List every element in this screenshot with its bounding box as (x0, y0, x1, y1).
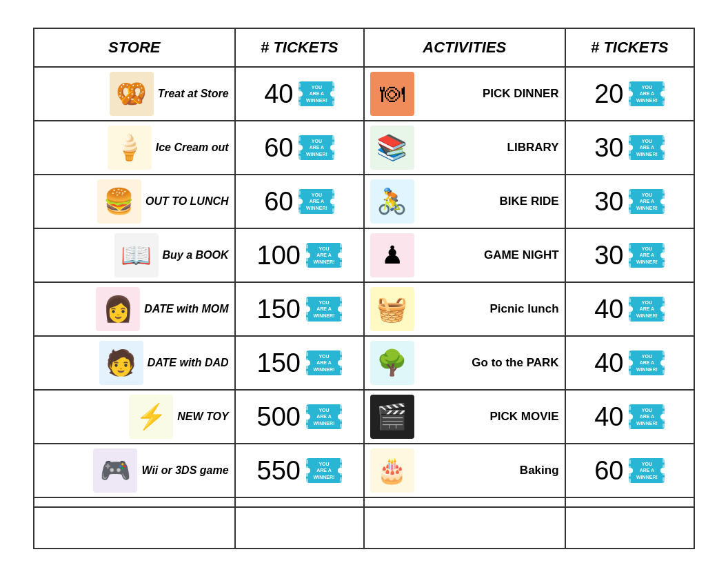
store-ticket-num-mom: 150 (257, 295, 301, 324)
activity-ticket-num-library: 30 (594, 133, 623, 163)
store-icon-book: 📖 (114, 233, 159, 277)
ticket-badge: YOU ARE AWINNER! (299, 135, 334, 160)
store-cell-dad: 🧑 DATE with DAD (34, 336, 235, 390)
ticket-badge: YOU ARE AWINNER! (306, 350, 342, 375)
activity-tickets-cell-park: 40 YOU ARE AWINNER! (565, 336, 694, 390)
store-item-icecream: 🍦 Ice Cream out (40, 126, 229, 170)
activity-tickets-library: 30 YOU ARE AWINNER! (572, 133, 688, 163)
ticket-text: YOU ARE AWINNER! (306, 192, 327, 210)
store-ticket-num-icecream: 60 (264, 133, 293, 163)
activity-icon-park: 🌳 (370, 341, 414, 385)
activity-tickets-baking: 60 YOU ARE AWINNER! (572, 456, 688, 486)
activity-icon-dinner: 🍽 (370, 72, 414, 116)
activity-ticket-num-game: 30 (594, 241, 623, 270)
activity-ticket-num-picnic: 40 (594, 295, 623, 324)
act-empty-8 (364, 497, 565, 507)
ticket-text: YOU ARE AWINNER! (636, 299, 658, 318)
store-tickets-cell-lunch: 60 YOU ARE AWINNER! (235, 175, 364, 228)
activity-item-picnic: 🧺 Picnic lunch (370, 287, 559, 331)
store-tickets-lunch: 60 YOU ARE AWINNER! (241, 187, 358, 217)
header-store: STORE (34, 28, 235, 67)
store-tickets-cell-toy: 500 YOU ARE AWINNER! (235, 390, 364, 444)
ticket-text: YOU ARE AWINNER! (314, 246, 335, 264)
ticket-badge: YOU ARE AWINNER! (629, 243, 665, 268)
store-cell-treat: 🥨 Treat at Store (34, 67, 235, 121)
store-tickets-book: 100 YOU ARE AWINNER! (241, 241, 358, 270)
store-cell-lunch: 🍔 OUT TO LUNCH (34, 175, 235, 228)
activity-item-dinner: 🍽 PICK DINNER (370, 72, 559, 116)
activity-icon-game: ♟ (370, 233, 414, 277)
activity-tickets-cell-bike: 30 YOU ARE AWINNER! (565, 175, 694, 228)
empty-cell-3 (364, 507, 565, 549)
activity-label-park: Go to the PARK (418, 356, 559, 370)
activity-tickets-cell-game: 30 YOU ARE AWINNER! (565, 228, 694, 282)
activity-ticket-num-baking: 60 (594, 456, 623, 486)
activity-label-movie: PICK MOVIE (418, 410, 559, 424)
ticket-text: YOU ARE AWINNER! (306, 84, 327, 103)
ticket-text: YOU ARE AWINNER! (636, 192, 658, 210)
empty-cell-4 (565, 507, 694, 549)
store-label-book: Buy a BOOK (163, 249, 229, 261)
store-tickets-cell-wii: 550 YOU ARE AWINNER! (235, 444, 364, 497)
store-tickets-toy: 500 YOU ARE AWINNER! (241, 402, 358, 432)
activity-tickets-dinner: 20 YOU ARE AWINNER! (572, 79, 688, 109)
ticket-text: YOU ARE AWINNER! (314, 461, 335, 480)
store-icon-wii: 🎮 (93, 448, 137, 493)
store-tickets-dad: 150 YOU ARE AWINNER! (241, 348, 358, 378)
store-tickets-mom: 150 YOU ARE AWINNER! (241, 295, 358, 324)
store-item-book: 📖 Buy a BOOK (40, 233, 229, 277)
activity-cell-bike: 🚴 BIKE RIDE (364, 175, 565, 228)
ticket-text: YOU ARE AWINNER! (314, 299, 335, 318)
store-cell-mom: 👩 DATE with MOM (34, 282, 235, 336)
store-label-icecream: Ice Cream out (156, 141, 229, 154)
store-tickets-cell-mom: 150 YOU ARE AWINNER! (235, 282, 364, 336)
store-icon-lunch: 🍔 (97, 179, 141, 224)
empty-cell-2 (235, 507, 364, 549)
ticket-badge: YOU ARE AWINNER! (629, 297, 665, 322)
ticket-badge: YOU ARE AWINNER! (306, 297, 342, 322)
ticket-text: YOU ARE AWINNER! (636, 246, 658, 264)
ticket-badge: YOU ARE AWINNER! (299, 189, 334, 214)
activity-ticket-num-bike: 30 (594, 187, 623, 217)
activity-ticket-num-movie: 40 (594, 402, 623, 432)
store-label-wii: Wii or 3DS game (141, 464, 228, 477)
store-tickets-icecream: 60 YOU ARE AWINNER! (241, 133, 358, 163)
activity-icon-library: 📚 (370, 126, 414, 170)
header-activities: ACTIVITIES (364, 28, 565, 67)
ticket-badge: YOU ARE AWINNER! (306, 458, 342, 483)
activity-label-bike: BIKE RIDE (418, 195, 559, 208)
store-label-lunch: OUT TO LUNCH (145, 195, 229, 208)
ticket-text: YOU ARE AWINNER! (306, 138, 327, 157)
activity-label-baking: Baking (418, 464, 559, 477)
activity-item-game: ♟ GAME NIGHT (370, 233, 559, 277)
activity-cell-movie: 🎬 PICK MOVIE (364, 390, 565, 444)
reward-table: STORE # TICKETS ACTIVITIES # TICKETS 🥨 T… (33, 28, 695, 549)
tickets-empty-8 (235, 497, 364, 507)
store-tickets-cell-dad: 150 YOU ARE AWINNER! (235, 336, 364, 390)
activity-cell-baking: 🎂 Baking (364, 444, 565, 497)
store-item-mom: 👩 DATE with MOM (40, 287, 229, 331)
activity-tickets-cell-movie: 40 YOU ARE AWINNER! (565, 390, 694, 444)
ticket-text: YOU ARE AWINNER! (636, 84, 658, 103)
activity-label-dinner: PICK DINNER (418, 87, 559, 101)
activity-tickets-movie: 40 YOU ARE AWINNER! (572, 402, 688, 432)
store-ticket-num-toy: 500 (257, 402, 301, 432)
ticket-text: YOU ARE AWINNER! (636, 353, 658, 372)
activity-cell-picnic: 🧺 Picnic lunch (364, 282, 565, 336)
store-label-dad: DATE with DAD (148, 357, 229, 369)
activity-item-bike: 🚴 BIKE RIDE (370, 179, 559, 224)
store-tickets-cell-icecream: 60 YOU ARE AWINNER! (235, 121, 364, 175)
activity-tickets-game: 30 YOU ARE AWINNER! (572, 241, 688, 270)
activity-tickets-cell-library: 30 YOU ARE AWINNER! (565, 121, 694, 175)
store-icon-toy: ⚡ (129, 395, 173, 439)
activity-tickets-cell-dinner: 20 YOU ARE AWINNER! (565, 67, 694, 121)
activity-cell-game: ♟ GAME NIGHT (364, 228, 565, 282)
store-ticket-num-wii: 550 (257, 456, 301, 486)
act-tickets-empty-8 (565, 497, 694, 507)
activity-cell-park: 🌳 Go to the PARK (364, 336, 565, 390)
store-tickets-cell-book: 100 YOU ARE AWINNER! (235, 228, 364, 282)
store-icon-treat: 🥨 (110, 72, 154, 116)
activity-icon-picnic: 🧺 (370, 287, 414, 331)
store-label-treat: Treat at Store (158, 88, 229, 100)
store-item-wii: 🎮 Wii or 3DS game (40, 448, 229, 493)
